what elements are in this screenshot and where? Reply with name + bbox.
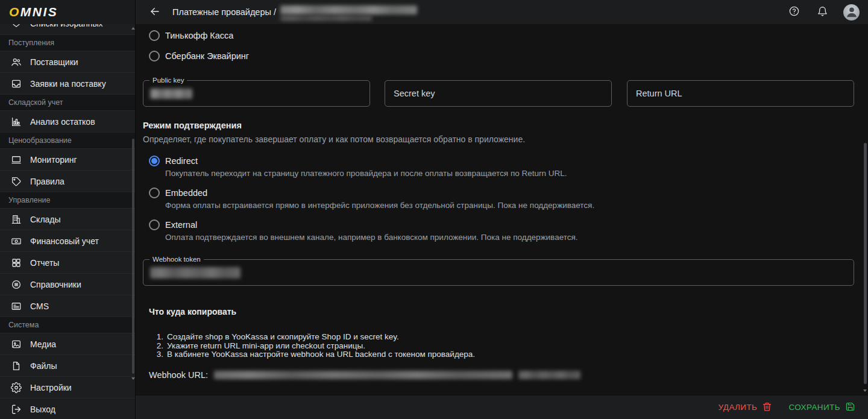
sidebar-item-label: Анализ остатков	[30, 117, 95, 127]
delete-button[interactable]: УДАЛИТЬ	[718, 402, 772, 414]
sidebar-item-files[interactable]: Файлы	[0, 354, 135, 376]
help-title: Что куда копировать	[149, 307, 236, 317]
confirmation-option-embedded[interactable]: EmbeddedФорма оплаты встраивается прямо …	[136, 186, 868, 210]
sidebar-item-stock-analysis[interactable]: Анализ остатков	[0, 110, 135, 132]
save-button[interactable]: СОХРАНИТЬ	[788, 402, 855, 414]
heart-icon	[11, 24, 22, 29]
return-url-input[interactable]	[627, 81, 854, 106]
sidebar-item-supply-requests[interactable]: Заявки на поставку	[0, 72, 135, 94]
sidebar: OMNIS Списки избранныхПоступленияПоставщ…	[0, 0, 136, 419]
confirmation-options-group: RedirectПокупатель переходит на страницу…	[136, 154, 868, 250]
help-step: 3.В кабинете YooKassa настройте webhook …	[153, 350, 475, 359]
public-key-field[interactable]: Public key	[143, 80, 370, 107]
secret-key-input[interactable]	[385, 81, 611, 106]
user-avatar[interactable]	[843, 4, 860, 20]
confirmation-option-external[interactable]: ExternalОплата подтверждается во внешнем…	[136, 218, 868, 242]
main-scrollbar-thumb[interactable]	[864, 143, 867, 384]
confirmation-option-description: Форма оплаты встраивается прямо в интерф…	[136, 200, 868, 210]
return-url-field[interactable]	[627, 80, 854, 107]
webhook-token-label: Webhook token	[149, 256, 204, 263]
sidebar-item-logout[interactable]: Выход	[0, 398, 135, 419]
sidebar-item-label: Медиа	[30, 339, 56, 349]
help-icon	[788, 5, 800, 19]
webhook-url-row: Webhook URL:	[149, 370, 580, 380]
provider-option-1[interactable]: Тинькофф Касса	[136, 25, 249, 46]
main-scroll-down-arrow[interactable]	[863, 389, 867, 392]
redacted-text	[280, 5, 417, 14]
logo-text: OMNIS	[9, 5, 58, 19]
sidebar-item-monitoring[interactable]: Мониторинг	[0, 148, 135, 170]
webhook-token-field[interactable]: Webhook token	[143, 259, 854, 286]
help-button[interactable]	[787, 5, 801, 19]
sidebar-section-receipts: Поступления	[0, 34, 135, 51]
sidebar-item-rules[interactable]: Правила	[0, 170, 135, 192]
bell-icon	[817, 5, 828, 19]
page-title: Платежные провайдеры /	[172, 7, 276, 17]
app-logo[interactable]: OMNIS	[0, 0, 135, 24]
sidebar-section-system: Система	[0, 317, 135, 333]
sidebar-item-label: Склады	[30, 215, 61, 224]
redacted-webhook-url	[214, 371, 512, 379]
confirmation-option-redirect[interactable]: RedirectПокупатель переходит на страницу…	[136, 154, 868, 178]
sidebar-section-label: Складской учет	[8, 98, 63, 107]
sidebar-item-financial-accounting[interactable]: Финансовый учет	[0, 230, 135, 251]
file-icon	[11, 361, 22, 371]
image-icon	[11, 339, 22, 350]
sidebar-scroll-down-arrow[interactable]	[131, 377, 135, 380]
logout-icon	[11, 404, 22, 415]
delete-button-label: УДАЛИТЬ	[718, 403, 757, 412]
people-icon	[11, 57, 22, 68]
secret-key-field[interactable]	[385, 80, 612, 107]
sidebar-section-label: Ценообразование	[8, 136, 72, 145]
notifications-button[interactable]	[815, 5, 829, 19]
sidebar-item-reports[interactable]: Отчеты	[0, 251, 135, 273]
save-icon	[845, 402, 855, 414]
cms-icon	[11, 301, 22, 312]
confirmation-option-label: Redirect	[165, 156, 198, 166]
sidebar-item-directories[interactable]: Справочники	[0, 273, 135, 295]
sidebar-scrollbar-thumb[interactable]	[132, 139, 134, 374]
gear-icon	[11, 382, 22, 393]
sidebar-item-label: Отчеты	[30, 258, 59, 268]
sidebar-item-label: Правила	[30, 177, 64, 186]
keys-fields-row: Public key	[136, 80, 868, 107]
app-window: OMNIS Списки избранныхПоступленияПоставщ…	[0, 0, 868, 419]
sidebar-item-favorites-lists[interactable]: Списки избранных	[0, 24, 135, 34]
grid-icon	[11, 257, 22, 268]
footer-actions-bar: УДАЛИТЬ СОХРАНИТЬ	[136, 395, 868, 419]
sidebar-section-warehouse-accounting: Складской учет	[0, 94, 135, 110]
sidebar-item-label: Мониторинг	[30, 155, 77, 165]
provider-option-label: Сбербанк Эквайринг	[165, 51, 249, 61]
sidebar-item-warehouses[interactable]: Склады	[0, 208, 135, 230]
public-key-label: Public key	[149, 77, 187, 84]
sidebar-item-media[interactable]: Медиа	[0, 333, 135, 354]
save-button-label: СОХРАНИТЬ	[788, 403, 840, 412]
sidebar-item-label: Справочники	[30, 280, 81, 289]
sidebar-item-settings[interactable]: Настройки	[0, 376, 135, 398]
sidebar-item-label: Поставщики	[30, 57, 78, 67]
sidebar-item-cms[interactable]: CMS	[0, 295, 135, 317]
provider-option-2[interactable]: Сбербанк Эквайринг	[136, 46, 249, 66]
sidebar-section-label: Управление	[8, 196, 51, 204]
sidebar-menu: Списки избранныхПоступленияПоставщикиЗая…	[0, 24, 135, 419]
back-button[interactable]	[148, 5, 162, 19]
help-steps-list: 1.Создайте shop в YooKassa и скопируйте …	[153, 333, 475, 359]
person-icon	[845, 5, 858, 20]
tag-icon	[11, 176, 22, 187]
webhook-url-label: Webhook URL:	[149, 370, 208, 380]
monitor-icon	[11, 154, 22, 165]
building-icon	[11, 214, 22, 225]
radio-button[interactable]	[149, 30, 160, 41]
radio-button[interactable]	[149, 156, 160, 166]
inbox-icon	[11, 78, 22, 89]
sidebar-item-suppliers[interactable]: Поставщики	[0, 51, 135, 72]
radio-button[interactable]	[149, 51, 160, 61]
sidebar-item-label: Файлы	[30, 361, 57, 371]
sidebar-scroll-up-arrow[interactable]	[131, 27, 135, 30]
provider-options-group: Тинькофф КассаСбербанк Эквайринг	[136, 25, 249, 66]
radio-button[interactable]	[149, 187, 160, 198]
radio-button[interactable]	[149, 219, 160, 230]
redacted-provider-name	[280, 2, 419, 22]
confirmation-mode-title: Режим подтверждения	[143, 121, 242, 130]
back-arrow-icon	[149, 6, 160, 19]
